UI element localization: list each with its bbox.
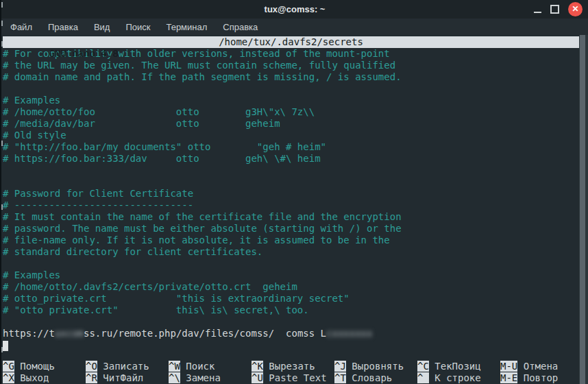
shortcut-item: ^U Paste Text: [252, 372, 334, 384]
editor-line: # "otto private.crt" this\ is\ secret,\ …: [3, 304, 588, 316]
window-titlebar[interactable]: tux@comss: ~ ✕: [1, 0, 588, 19]
text-cursor: [3, 341, 8, 351]
shortcut-row: ^G Помощь^O Записать^W Поиск^K Вырезать^…: [3, 361, 579, 372]
menu-bar: ФайлПравкаВидПоискТерминалСправка: [1, 19, 588, 35]
editor-line: # -------------------------------: [3, 200, 588, 211]
shortcut-label: ТекПозиц: [429, 361, 481, 372]
shortcut-item: ^K Вырезать: [252, 361, 334, 372]
shortcut-item: ^O Записать: [86, 361, 169, 372]
shortcut-item: M-E Повтор: [500, 372, 583, 384]
shortcut-item: ^C ТекПозиц: [417, 361, 500, 372]
editor-line: # the URL may be given. The URL must con…: [3, 60, 588, 71]
editor-line: # It must contain the name of the certif…: [3, 211, 588, 223]
shortcut-row: ^X Выход^R ЧитФайл^\ Замена^U Paste Text…: [3, 372, 579, 384]
menu-item-6[interactable]: Справка: [223, 22, 258, 32]
blurred-secret: uxcom: [55, 328, 84, 339]
shortcut-label: Замена: [180, 372, 221, 383]
shortcut-item: ^W Поиск: [169, 361, 252, 372]
shortcut-key-badge: ^\: [169, 372, 180, 383]
shortcut-label: ЧитФайл: [97, 372, 143, 383]
shortcut-key-badge: ^G: [3, 361, 14, 372]
editor-line: [3, 176, 588, 188]
editor-line: # Password for Client Certificate: [3, 188, 588, 200]
editor-line: # /home/otto/foo otto g3H\"x\ 7z\\: [3, 106, 588, 118]
close-icon[interactable]: ✕: [568, 2, 583, 16]
shortcut-key-badge: ^C: [417, 361, 429, 372]
editor-line: # password. The name must be either abso…: [3, 223, 588, 235]
editor-line: # "http://foo.bar/my documents" otto "ge…: [3, 141, 588, 153]
menu-item-1[interactable]: Файл: [10, 22, 32, 32]
shortcut-key-badge: ^_: [417, 372, 429, 383]
scrollbar-thumb[interactable]: [580, 35, 585, 384]
shortcut-label: Выровнять: [346, 361, 404, 372]
shortcut-item: ^_ К строке: [417, 372, 500, 384]
editor-line: # otto_private.crt "this is extraordinar…: [3, 293, 588, 304]
editor-lines: # For compatibility with older versions,…: [3, 48, 588, 351]
shortcut-label: Словарь: [346, 372, 392, 383]
nano-shortcut-bar: ^G Помощь^O Записать^W Поиск^K Вырезать^…: [3, 361, 579, 384]
shortcut-key-badge: ^X: [3, 372, 14, 383]
background-window-edge: [1, 0, 3, 384]
terminal-screen[interactable]: GNU nano 4.8 /home/tux/.davfs2/secrets #…: [3, 35, 588, 384]
editor-line: # /media/dav/bar otto geheim: [3, 118, 588, 130]
scrollbar-track[interactable]: [579, 35, 588, 384]
shortcut-label: Поиск: [180, 361, 215, 372]
shortcut-item: ^\ Замена: [169, 372, 252, 384]
shortcut-item: ^R ЧитФайл: [86, 372, 169, 384]
minimize-icon[interactable]: [534, 12, 541, 13]
shortcut-label: Записать: [97, 361, 149, 372]
shortcut-label: Вырезать: [263, 361, 315, 372]
shortcut-label: Повтор: [517, 372, 558, 383]
nano-filename: /home/tux/.davfs2/secrets: [3, 36, 579, 48]
shortcut-key-badge: ^U: [252, 372, 263, 383]
nano-header-bar: GNU nano 4.8 /home/tux/.davfs2/secrets: [3, 36, 579, 48]
shortcut-item: ^G Помощь: [3, 361, 86, 372]
shortcut-label: Помощь: [14, 361, 55, 372]
shortcut-item: ^X Выход: [3, 372, 86, 384]
editor-line: https://tuxcomss.ru/remote.php/dav/files…: [3, 328, 588, 339]
blurred-secret: cxxxxxxx: [326, 328, 372, 339]
editor-line: # /home/otto/.davfs2/certs/private/otto.…: [3, 281, 588, 293]
editor-line: [3, 165, 588, 176]
editor-line: [3, 339, 588, 351]
menu-item-2[interactable]: Правка: [48, 22, 78, 32]
editor-line: # standard directory for client certific…: [3, 246, 588, 258]
shortcut-key-badge: ^J: [334, 361, 346, 372]
shortcut-item: M-U Отмена: [500, 361, 583, 372]
shortcut-key-badge: M-E: [500, 372, 517, 383]
editor-line: # Old style: [3, 130, 588, 141]
editor-line: # file-name only. If it is not absolute,…: [3, 235, 588, 246]
shortcut-label: Paste Text: [263, 372, 327, 383]
shortcut-label: Выход: [14, 372, 49, 383]
shortcut-label: К строке: [429, 372, 481, 383]
editor-line: # Examples: [3, 269, 588, 281]
maximize-icon[interactable]: [550, 5, 559, 14]
editor-line: [3, 258, 588, 269]
shortcut-key-badge: M-U: [500, 361, 517, 372]
nano-version-label: GNU nano 4.8: [38, 48, 119, 59]
shortcut-key-badge: ^K: [252, 361, 263, 372]
menu-item-3[interactable]: Вид: [94, 22, 110, 32]
shortcut-key-badge: ^R: [86, 372, 97, 383]
shortcut-key-badge: ^T: [334, 372, 346, 383]
menu-item-5[interactable]: Терминал: [166, 22, 207, 32]
editor-line: # domain name and path. If the path segm…: [3, 71, 588, 83]
terminal-window: tux@comss: ~ ✕ ФайлПравкаВидПоискТермина…: [0, 0, 588, 384]
shortcut-item: ^T Словарь: [334, 372, 417, 384]
shortcut-item: ^J Выровнять: [334, 361, 417, 372]
editor-line: [3, 316, 588, 328]
editor-line: [3, 83, 588, 95]
shortcut-label: Отмена: [517, 361, 558, 372]
shortcut-key-badge: ^W: [169, 361, 180, 372]
shortcut-key-badge: ^O: [86, 361, 97, 372]
menu-item-4[interactable]: Поиск: [125, 22, 150, 32]
window-title: tux@comss: ~: [265, 4, 326, 14]
editor-line: # Examples: [3, 95, 588, 106]
editor-line: # https://foo.bar:333/dav otto geh\ \#\ …: [3, 153, 588, 165]
window-controls: ✕: [534, 0, 583, 19]
